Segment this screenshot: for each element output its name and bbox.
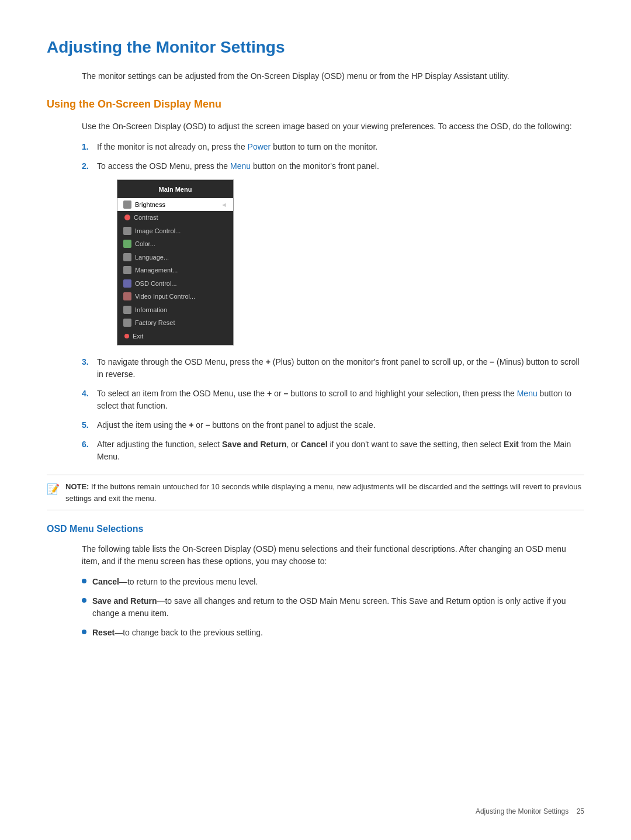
section2-intro: The following table lists the On-Screen … bbox=[82, 543, 584, 568]
color-icon bbox=[123, 240, 131, 248]
menu-link-2: Menu bbox=[517, 389, 538, 398]
note-icon: 📝 bbox=[47, 482, 60, 497]
intro-text: The monitor settings can be adjusted fro… bbox=[82, 70, 584, 82]
information-icon bbox=[123, 306, 131, 314]
step-2: 2. To access the OSD Menu, press the Men… bbox=[82, 160, 584, 172]
step-3-num: 3. bbox=[82, 356, 97, 368]
osd-menu: Main Menu Brightness ◄ Contrast Image Co… bbox=[117, 179, 234, 345]
step-1-text: If the monitor is not already on, press … bbox=[97, 141, 584, 153]
bullet-list: Cancel—to return to the previous menu le… bbox=[82, 576, 584, 639]
osd-item-exit: Exit bbox=[117, 330, 233, 343]
osd-item-video-input: Video Input Control... bbox=[117, 290, 233, 303]
footer-text: Adjusting the Monitor Settings bbox=[476, 807, 568, 815]
step-4-num: 4. bbox=[82, 388, 97, 400]
step-4: 4. To select an item from the OSD Menu, … bbox=[82, 388, 584, 412]
management-icon bbox=[123, 266, 131, 274]
step-2-num: 2. bbox=[82, 160, 97, 172]
osd-item-image-control: Image Control... bbox=[117, 224, 233, 238]
osd-control-icon bbox=[123, 279, 131, 288]
numbered-list: 1. If the monitor is not already on, pre… bbox=[82, 141, 584, 463]
power-link: Power bbox=[248, 142, 271, 151]
bullet-reset: Reset—to change back to the previous set… bbox=[82, 627, 584, 639]
image-control-icon bbox=[123, 227, 131, 235]
language-icon bbox=[123, 253, 131, 261]
page-title: Adjusting the Monitor Settings bbox=[47, 35, 584, 60]
osd-item-osd-control: OSD Control... bbox=[117, 277, 233, 291]
bullet-reset-text: Reset—to change back to the previous set… bbox=[92, 627, 584, 639]
section1-heading: Using the On-Screen Display Menu bbox=[47, 96, 584, 112]
bullet-dot-1 bbox=[82, 579, 86, 583]
step-5-num: 5. bbox=[82, 419, 97, 431]
step-5-text: Adjust the item using the + or – buttons… bbox=[97, 419, 584, 431]
factory-reset-icon bbox=[123, 319, 131, 327]
section1-intro: Use the On-Screen Display (OSD) to adjus… bbox=[82, 120, 584, 133]
brightness-icon bbox=[123, 201, 131, 209]
note-text: NOTE: If the buttons remain untouched fo… bbox=[65, 481, 584, 504]
osd-item-color: Color... bbox=[117, 237, 233, 251]
osd-item-factory-reset: Factory Reset bbox=[117, 316, 233, 330]
footer-page: 25 bbox=[577, 807, 584, 815]
bullet-cancel-text: Cancel—to return to the previous menu le… bbox=[92, 576, 584, 588]
osd-menu-title: Main Menu bbox=[117, 182, 233, 198]
step-6-text: After adjusting the function, select Sav… bbox=[97, 438, 584, 463]
step-5: 5. Adjust the item using the + or – butt… bbox=[82, 419, 584, 431]
bullet-dot-2 bbox=[82, 598, 86, 603]
footer: Adjusting the Monitor Settings 25 bbox=[476, 806, 584, 817]
step-1-num: 1. bbox=[82, 141, 97, 153]
osd-item-language: Language... bbox=[117, 251, 233, 264]
menu-link-1: Menu bbox=[230, 161, 251, 171]
osd-item-brightness: Brightness ◄ bbox=[117, 198, 233, 212]
step-3-text: To navigate through the OSD Menu, press … bbox=[97, 356, 584, 381]
osd-item-information: Information bbox=[117, 303, 233, 317]
step-1: 1. If the monitor is not already on, pre… bbox=[82, 141, 584, 153]
section2-heading: OSD Menu Selections bbox=[47, 522, 584, 536]
osd-item-contrast: Contrast bbox=[117, 211, 233, 224]
bullet-save-return: Save and Return—to save all changes and … bbox=[82, 595, 584, 620]
contrast-icon bbox=[124, 215, 130, 220]
video-input-icon bbox=[123, 292, 131, 300]
osd-item-management: Management... bbox=[117, 264, 233, 277]
bullet-cancel: Cancel—to return to the previous menu le… bbox=[82, 576, 584, 588]
osd-menu-image: Main Menu Brightness ◄ Contrast Image Co… bbox=[117, 179, 584, 345]
step-2-text: To access the OSD Menu, press the Menu b… bbox=[97, 160, 584, 172]
step-4-text: To select an item from the OSD Menu, use… bbox=[97, 388, 584, 412]
bullet-save-return-text: Save and Return—to save all changes and … bbox=[92, 595, 584, 620]
bullet-dot-3 bbox=[82, 630, 86, 634]
step-6-num: 6. bbox=[82, 438, 97, 451]
step-3: 3. To navigate through the OSD Menu, pre… bbox=[82, 356, 584, 381]
note-box: 📝 NOTE: If the buttons remain untouched … bbox=[47, 475, 584, 510]
step-6: 6. After adjusting the function, select … bbox=[82, 438, 584, 463]
exit-icon bbox=[124, 334, 129, 338]
